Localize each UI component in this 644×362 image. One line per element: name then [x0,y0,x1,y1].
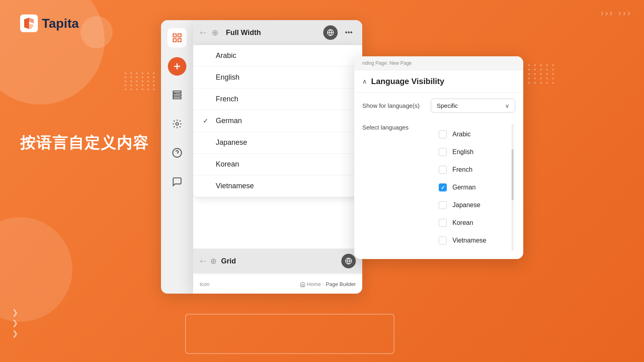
show-for-row: Show for language(s) Specific ∨ [354,93,523,118]
brand-name: Tapita [42,16,79,31]
check-item-german[interactable]: German [431,179,515,196]
chinese-tagline: 按语言自定义内容 [20,133,149,153]
bottom-bar: Icon Home › Page Builder [193,274,362,294]
checkbox-vietnamese[interactable] [439,237,447,245]
breadcrumb-home-text: Home [307,281,321,287]
check-item-korean[interactable]: Korean [431,214,515,232]
checkbox-arabic[interactable] [439,130,447,138]
grid-row: +− ⊕ Grid [193,249,362,274]
svg-rect-9 [173,97,181,99]
sidebar-layout-btn[interactable] [167,28,187,47]
header-plus[interactable]: +− [200,29,206,36]
breadcrumb-current-text: Page Builder [326,281,356,287]
lang-item-german[interactable]: ✓ German [193,110,362,132]
language-checklist: Arabic English French German Japanese Ko… [431,124,515,251]
dropdown-chevron-icon: ∨ [505,103,509,109]
check-item-english[interactable]: English [431,143,515,161]
specific-dropdown[interactable]: Specific ∨ [431,99,515,113]
svg-rect-8 [173,94,181,96]
check-item-french[interactable]: French [431,161,515,179]
grid-move[interactable]: ⊕ [210,256,217,266]
check-item-vietnamese[interactable]: Vietnamese [431,232,515,249]
svg-rect-1 [173,34,176,37]
language-visibility-panel: nding Page: New Page ∧ Language Visibili… [354,56,523,259]
lang-item-french[interactable]: French [193,88,362,110]
move-handle[interactable]: ⊕ [212,28,219,37]
arrows-decoration: ››› ››› [601,8,632,19]
checkbox-english[interactable] [439,148,447,156]
full-width-header: +− ⊕ Full Width ••• [193,20,362,45]
globe-button-fullwidth[interactable] [323,25,338,40]
globe-button-grid[interactable] [341,254,356,268]
svg-rect-4 [178,39,181,42]
bottom-icon-label: Icon [200,281,210,287]
dots-decoration-right [528,64,555,84]
sidebar-settings-btn[interactable] [167,114,187,134]
check-item-japanese[interactable]: Japanese [431,196,515,214]
lang-item-japanese[interactable]: Japanese [193,132,362,154]
panel-title: Language Visibility [371,77,444,86]
sidebar-layers-btn[interactable] [167,85,187,105]
panel-header-bar: nding Page: New Page [354,56,523,70]
check-item-arabic[interactable]: Arabic [431,125,515,143]
language-dropdown: Arabic English French ✓ German Japanese … [193,45,362,197]
scrollbar-thumb[interactable] [512,149,514,200]
outline-decoration [185,314,394,354]
more-button-fullwidth[interactable]: ••• [342,27,356,39]
lang-item-korean[interactable]: Korean [193,154,362,175]
svg-rect-7 [173,91,181,93]
logo-area: Tapita [20,14,79,32]
lang-item-english[interactable]: English [193,67,362,88]
svg-rect-3 [173,39,176,42]
circle-decoration [80,16,113,48]
grid-title: Grid [221,257,337,265]
checkbox-japanese[interactable] [439,201,447,209]
lang-item-vietnamese[interactable]: Vietnamese [193,175,362,197]
sidebar [161,20,193,294]
checkbox-german[interactable] [439,183,447,191]
chevrons-decoration: ❯ ❯ ❯ [12,308,18,338]
full-width-title: Full Width [226,29,319,37]
panel-title-row: ∧ Language Visibility [354,70,523,93]
tapita-logo-icon [20,14,38,32]
grid-plus[interactable]: +− [200,258,206,264]
checkbox-french[interactable] [439,166,447,174]
scrollbar-track [512,124,514,251]
select-languages-label: Select languages [362,124,427,131]
sidebar-chat-btn[interactable] [167,172,187,191]
dots-decoration-left [125,72,156,90]
select-languages-row: Select languages Arabic English French G… [354,118,523,251]
sidebar-help-btn[interactable] [167,143,187,162]
collapse-icon[interactable]: ∧ [362,78,367,85]
sidebar-add-btn[interactable] [168,57,186,76]
svg-rect-2 [178,34,181,37]
show-for-label: Show for language(s) [362,102,427,109]
checkbox-korean[interactable] [439,219,447,227]
ui-container: +− ⊕ Full Width ••• Arabic English [161,20,362,294]
svg-point-12 [176,123,179,125]
editor-main: +− ⊕ Full Width ••• Arabic English [193,20,362,294]
breadcrumb: Home › Page Builder [300,281,356,287]
breadcrumb-separator: › [322,281,324,287]
lang-item-arabic[interactable]: Arabic [193,45,362,67]
